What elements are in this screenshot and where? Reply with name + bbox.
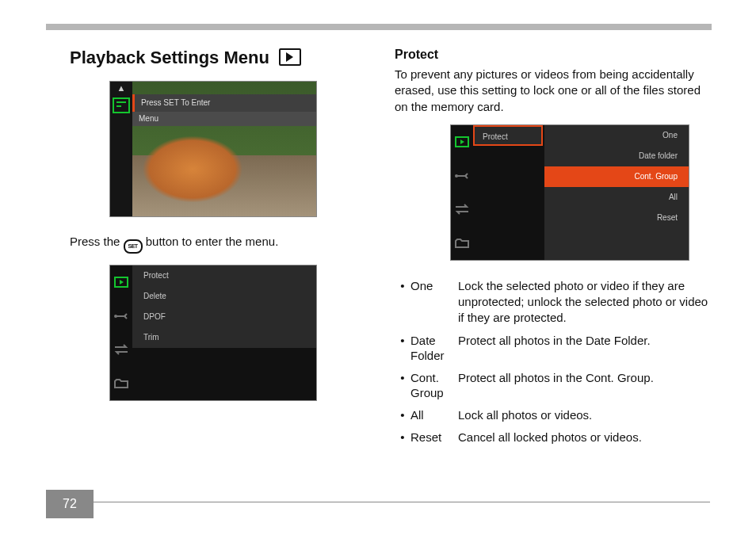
- bullet-list: • One Lock the selected photo or video i…: [395, 278, 712, 445]
- page-title: Playback Settings Menu: [70, 48, 387, 68]
- transfer-icon: [451, 193, 473, 227]
- instruction-text: Press the SET button to enter the menu.: [70, 235, 387, 254]
- menu-item: Protect: [132, 265, 316, 286]
- screen2-sidebar: [110, 265, 132, 400]
- bullet-def: Protect all photos in the Cont. Group.: [458, 370, 712, 386]
- footer-line: [94, 502, 710, 502]
- folder-icon: [451, 226, 473, 260]
- section-intro: To prevent any pictures or videos from b…: [395, 67, 712, 115]
- set-button-icon: SET: [124, 239, 143, 254]
- right-column: Protect To prevent any pictures or video…: [395, 48, 712, 452]
- svg-marker-4: [460, 139, 464, 144]
- screen1-line2: Menu: [132, 112, 316, 126]
- screen3-sidebar: [451, 125, 473, 260]
- screenshot-protect: Protect One Date folder Cont. Group All …: [450, 124, 689, 261]
- screenshot-preview: ▲ Press SET To Enter Menu: [109, 81, 317, 217]
- menu-item: DPOF: [132, 307, 316, 327]
- option-item: One: [544, 125, 689, 146]
- usb-icon: [110, 300, 132, 334]
- option-item: Reset: [544, 208, 689, 228]
- instruction-pre: Press the: [70, 235, 124, 248]
- screenshot-menu: Protect Delete DPOF Trim: [109, 265, 317, 401]
- option-item: Date folder: [544, 146, 689, 166]
- bullet-def: Protect all photos in the Date Folder.: [458, 333, 712, 349]
- bullet-icon: •: [395, 407, 410, 423]
- playback-icon: [279, 48, 301, 66]
- play-icon: [451, 125, 473, 159]
- bullet-def: Lock all photos or videos.: [458, 407, 712, 423]
- list-icon: [113, 97, 130, 113]
- transfer-icon: [110, 333, 132, 367]
- folder-icon: [110, 367, 132, 401]
- page-number-tab: 72: [46, 490, 94, 518]
- bullet-icon: •: [395, 370, 410, 386]
- bullet-def: Lock the selected photo or video if they…: [458, 278, 712, 327]
- chevron-up-icon: ▲: [110, 82, 132, 94]
- option-item-selected: Cont. Group: [544, 166, 689, 187]
- left-column: Playback Settings Menu ▲ Press SET To En…: [70, 48, 387, 401]
- usb-icon: [451, 159, 473, 193]
- bullet-term: All: [410, 407, 458, 423]
- play-icon: [110, 265, 132, 300]
- bullet-icon: •: [395, 278, 410, 294]
- header-bar: [46, 24, 712, 30]
- svg-marker-1: [120, 280, 124, 285]
- bullet-row: • All Lock all photos or videos.: [395, 407, 712, 423]
- bullet-row: • Cont. Group Protect all photos in the …: [395, 370, 712, 401]
- screen1-sidebar: ▲: [110, 82, 132, 216]
- bullet-term: One: [410, 278, 458, 294]
- svg-point-5: [455, 174, 458, 178]
- bullet-icon: •: [395, 333, 410, 349]
- instruction-post: button to enter the menu.: [143, 235, 279, 248]
- bullet-row: • One Lock the selected photo or video i…: [395, 278, 712, 327]
- bullet-term: Reset: [410, 430, 458, 445]
- bullet-def: Cancel all locked photos or videos.: [458, 430, 712, 445]
- screen3-label: Protect: [473, 125, 543, 146]
- svg-point-2: [114, 315, 117, 318]
- option-item: All: [544, 187, 689, 208]
- screen1-line1: Press SET To Enter: [132, 94, 316, 112]
- section-heading: Protect: [395, 48, 712, 62]
- page-title-text: Playback Settings Menu: [70, 48, 269, 67]
- bullet-row: • Reset Cancel all locked photos or vide…: [395, 430, 712, 445]
- bullet-term: Date Folder: [410, 333, 458, 364]
- menu-item: Delete: [132, 286, 316, 307]
- bullet-icon: •: [395, 430, 410, 445]
- menu-item: Trim: [132, 327, 316, 348]
- screen3-options: One Date folder Cont. Group All Reset: [544, 125, 689, 260]
- screen2-menu: Protect Delete DPOF Trim: [132, 265, 316, 348]
- bullet-term: Cont. Group: [410, 370, 458, 401]
- bullet-row: • Date Folder Protect all photos in the …: [395, 333, 712, 364]
